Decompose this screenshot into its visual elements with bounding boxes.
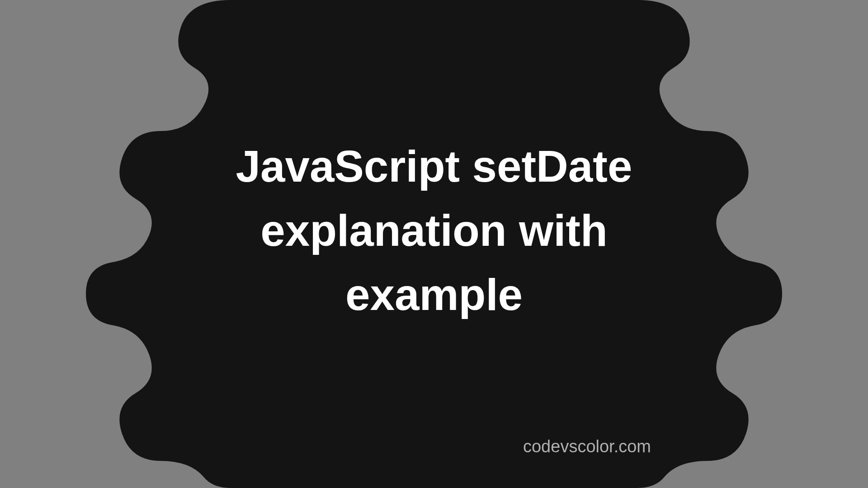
- content-area: JavaScript setDate explanation with exam…: [86, 0, 782, 488]
- page-title: JavaScript setDate explanation with exam…: [176, 134, 692, 327]
- hero-banner: JavaScript setDate explanation with exam…: [86, 0, 782, 488]
- footer-credit: codevscolor.com: [523, 437, 651, 456]
